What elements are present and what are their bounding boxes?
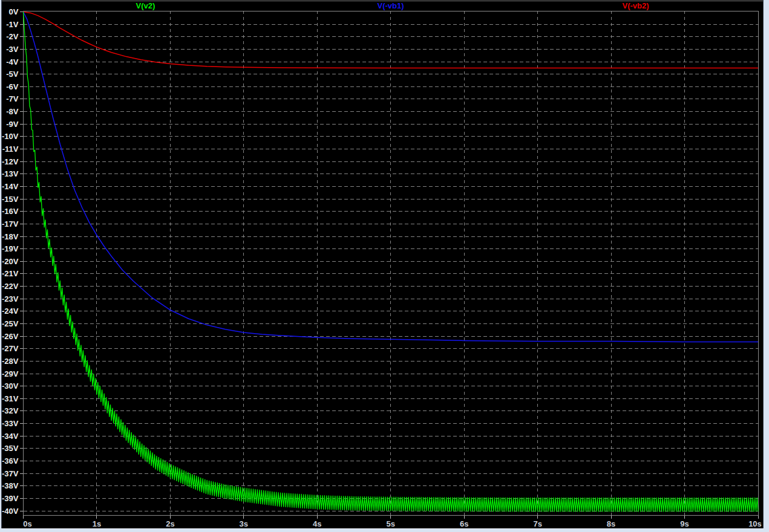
legend-trace-vb1[interactable]: V(-vb1) [377,1,404,10]
x-axis-label: 9s [680,519,689,528]
y-axis-label: -28V [2,357,19,366]
y-axis-labels: 0V-1V-2V-3V-4V-5V-6V-7V-8V-9V-10V-11V-12… [2,7,19,516]
legend-cell: V(-vb1) [268,1,513,10]
y-axis-label: -7V [6,94,19,103]
y-axis-label: -4V [6,57,19,66]
y-axis-label: -32V [2,406,19,415]
y-axis-label: -26V [2,332,19,341]
window-left-border-line [1,0,2,532]
y-axis-label: -20V [2,257,19,266]
y-axis-label: -2V [6,32,19,41]
y-axis-label: -24V [2,307,19,316]
x-axis-label: 10s [748,519,762,528]
y-axis-label: -3V [6,45,19,54]
y-axis-label: -18V [2,232,19,241]
y-axis-label: -29V [2,369,19,378]
y-axis-label: -9V [6,120,19,129]
x-axis-label: 7s [533,519,542,528]
x-axis-label: 0s [23,519,31,528]
y-axis-label: -13V [2,169,19,178]
y-axis-label: -25V [2,319,19,328]
legend-cell: V(-vb2) [513,1,758,10]
x-axis-label: 3s [240,519,248,528]
y-axis-label: -11V [2,144,19,154]
window-right-strip [764,0,769,532]
legend: V(v2) V(-vb1) V(-vb2) [23,1,758,10]
y-axis-label: -14V [2,182,19,191]
x-axis-label: 5s [387,519,395,528]
y-axis-label: -15V [2,195,19,204]
y-axis-label: -30V [2,381,19,391]
x-axis-label: 2s [166,519,174,528]
x-axis-label: 1s [93,519,101,528]
y-axis-label: -39V [2,494,19,503]
y-axis-label: -34V [2,432,19,441]
y-axis-label: -23V [2,294,19,303]
legend-trace-v2[interactable]: V(v2) [136,1,155,10]
x-axis-label: 6s [460,519,468,528]
waveform-viewer-window: 0V-1V-2V-3V-4V-5V-6V-7V-8V-9V-10V-11V-12… [0,0,769,532]
x-axis-labels: 0s1s2s3s4s5s6s7s8s9s10s [23,519,762,528]
x-axis-label: 4s [313,519,321,528]
window-top-border [2,1,763,1]
window-bottom-strip [1,529,769,532]
y-axis-label: -22V [2,282,19,291]
y-axis-label: -21V [2,269,19,278]
y-axis-label: -19V [2,244,19,253]
y-axis-label: -8V [6,107,19,116]
y-axis-label: -12V [2,157,19,166]
y-axis-label: -40V [2,507,19,516]
y-axis-label: -6V [6,82,19,91]
y-axis-label: -5V [6,70,19,79]
y-axis-label: -37V [2,469,19,478]
y-axis-label: -38V [2,481,19,490]
y-axis-label: -1V [6,20,19,29]
y-axis-label: -16V [2,207,19,216]
waveform-plot-area[interactable]: 0V-1V-2V-3V-4V-5V-6V-7V-8V-9V-10V-11V-12… [0,0,769,532]
y-axis-label: -33V [2,419,19,428]
y-axis-label: -35V [2,444,19,453]
legend-trace-vb2[interactable]: V(-vb2) [622,1,649,10]
y-axis-label: -36V [2,456,19,465]
y-axis-label: -27V [2,344,19,353]
y-axis-label: -10V [2,132,19,141]
y-axis-label: 0V [9,7,19,16]
y-axis-label: -31V [2,394,19,403]
legend-cell: V(v2) [23,1,268,10]
y-axis-label: -17V [2,219,19,229]
x-axis-label: 8s [607,519,615,528]
